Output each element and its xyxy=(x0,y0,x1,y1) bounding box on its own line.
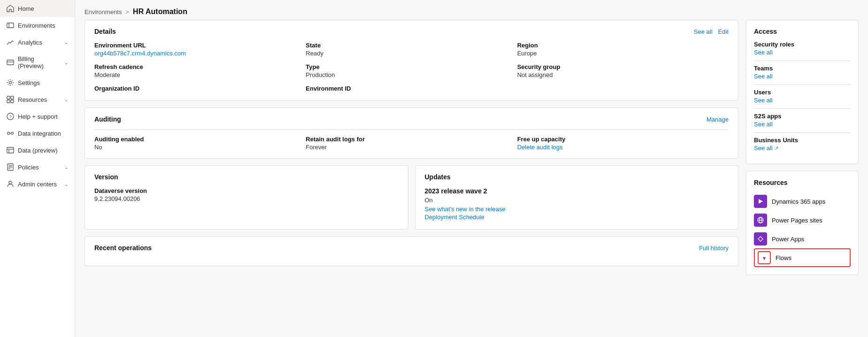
access-teams: Teams See all xyxy=(754,65,851,80)
sidebar-environments-label: Environments xyxy=(18,22,68,29)
svg-point-11 xyxy=(11,132,14,135)
access-panel-title: Access xyxy=(754,28,851,35)
divider-2 xyxy=(754,84,851,85)
auditing-card-title: Auditing xyxy=(94,115,121,123)
dataverse-version-value: 9.2.23094.00206 xyxy=(94,195,399,202)
auditing-manage-link[interactable]: Manage xyxy=(707,116,729,123)
resource-power-apps[interactable]: Power Apps xyxy=(754,230,851,248)
right-panel: Access Security roles See all Teams See … xyxy=(746,20,859,328)
resources-panel: Resources Dynamics 365 apps xyxy=(746,171,859,275)
updates-card: Updates 2023 release wave 2 On See what'… xyxy=(415,165,739,230)
settings-icon xyxy=(7,79,14,86)
recent-operations-card: Recent operations Full history xyxy=(84,236,738,266)
svg-rect-13 xyxy=(7,147,14,153)
detail-state-value: Ready xyxy=(306,50,517,57)
recent-ops-title: Recent operations xyxy=(94,244,152,252)
audit-capacity: Free up capacity Delete audit logs xyxy=(517,136,729,151)
sidebar-item-resources[interactable]: Resources ⌄ xyxy=(0,91,75,108)
breadcrumb-separator: > xyxy=(125,8,129,15)
detail-refresh: Refresh cadence Moderate xyxy=(94,63,306,78)
environments-icon xyxy=(7,22,14,29)
breadcrumb-link[interactable]: Environments xyxy=(84,8,122,15)
power-pages-icon xyxy=(754,214,767,227)
detail-env-id-label: Environment ID xyxy=(306,85,517,92)
divider-1 xyxy=(754,61,851,61)
billing-icon xyxy=(7,59,14,66)
detail-state: State Ready xyxy=(306,42,517,57)
sidebar-item-help[interactable]: ? Help + support xyxy=(0,108,75,125)
dynamics-label: Dynamics 365 apps xyxy=(772,198,825,205)
breadcrumb-current: HR Automation xyxy=(133,8,187,16)
divider-4 xyxy=(754,132,851,133)
policies-chevron-icon: ⌄ xyxy=(64,165,68,170)
sidebar-item-data-preview[interactable]: Data (preview) xyxy=(0,142,75,159)
sidebar-item-environments[interactable]: Environments xyxy=(0,17,75,34)
version-card: Version Dataverse version 9.2.23094.0020… xyxy=(84,165,408,230)
resource-dynamics[interactable]: Dynamics 365 apps xyxy=(754,192,851,211)
auditing-card-header: Auditing Manage xyxy=(94,115,729,123)
audit-retain-label: Retain audit logs for xyxy=(306,136,517,143)
divider-3 xyxy=(754,108,851,109)
svg-rect-0 xyxy=(7,23,14,28)
security-roles-see-all[interactable]: See all xyxy=(754,49,851,56)
sidebar-item-billing[interactable]: Billing (Preview) ⌄ xyxy=(0,51,75,74)
svg-point-3 xyxy=(9,82,12,84)
left-column: Details See all Edit Environment URL org… xyxy=(84,20,738,328)
auditing-card: Auditing Manage Auditing enabled No Reta… xyxy=(84,107,738,159)
sidebar-item-policies[interactable]: Policies ⌄ xyxy=(0,159,75,176)
detail-state-label: State xyxy=(306,42,517,49)
version-card-header: Version xyxy=(94,173,399,181)
detail-env-id: Environment ID xyxy=(306,85,517,93)
sidebar-resources-label: Resources xyxy=(18,96,61,103)
admin-centers-chevron-icon: ⌄ xyxy=(64,182,68,187)
detail-org-id-label: Organization ID xyxy=(94,85,306,92)
sidebar-item-home[interactable]: Home xyxy=(0,0,75,17)
sidebar-item-analytics[interactable]: Analytics ⌄ xyxy=(0,34,75,51)
detail-refresh-label: Refresh cadence xyxy=(94,63,306,70)
policies-icon xyxy=(7,163,14,171)
resource-power-pages[interactable]: Power Pages sites xyxy=(754,211,851,230)
access-business-units: Business Units See all ↗ xyxy=(754,137,851,152)
details-see-all-link[interactable]: See all xyxy=(694,28,713,35)
users-see-all[interactable]: See all xyxy=(754,97,851,104)
version-card-title: Version xyxy=(94,173,118,181)
main-content: Environments > HR Automation Details See… xyxy=(75,0,868,337)
breadcrumb: Environments > HR Automation xyxy=(75,0,868,20)
flows-label: Flows xyxy=(776,254,791,261)
access-panel: Access Security roles See all Teams See … xyxy=(746,20,859,164)
updates-card-title: Updates xyxy=(425,173,451,181)
recent-ops-full-history-link[interactable]: Full history xyxy=(699,245,729,252)
detail-type-value: Production xyxy=(306,71,517,78)
svg-rect-5 xyxy=(11,96,14,99)
svg-rect-1 xyxy=(7,60,14,65)
s2s-apps-see-all[interactable]: See all xyxy=(754,121,851,128)
power-pages-label: Power Pages sites xyxy=(772,217,822,224)
detail-region-label: Region xyxy=(517,42,729,49)
audit-capacity-value[interactable]: Delete audit logs xyxy=(517,144,729,151)
svg-rect-4 xyxy=(7,96,10,99)
audit-grid: Auditing enabled No Retain audit logs fo… xyxy=(94,130,729,151)
svg-rect-7 xyxy=(11,100,14,103)
sidebar-admin-centers-label: Admin centers xyxy=(18,181,61,188)
sidebar-item-settings[interactable]: Settings xyxy=(0,74,75,91)
power-apps-icon xyxy=(754,232,767,245)
details-card-header: Details See all Edit xyxy=(94,28,729,35)
sidebar-help-label: Help + support xyxy=(18,113,68,120)
teams-see-all[interactable]: See all xyxy=(754,73,851,80)
sidebar-item-admin-centers[interactable]: Admin centers ⌄ xyxy=(0,176,75,192)
update-deployment-link[interactable]: Deployment Schedule xyxy=(425,214,729,221)
update-whats-new-link[interactable]: See what's new in the release xyxy=(425,206,729,213)
business-units-see-all[interactable]: See all ↗ xyxy=(754,145,851,152)
details-card: Details See all Edit Environment URL org… xyxy=(84,20,738,101)
resource-flows[interactable]: Flows xyxy=(754,248,851,267)
sidebar-data-integration-label: Data integration xyxy=(18,130,68,137)
details-edit-link[interactable]: Edit xyxy=(718,28,729,35)
svg-point-10 xyxy=(8,132,10,135)
detail-env-url-value[interactable]: org44b578c7.crm4.dynamics.com xyxy=(94,50,306,57)
details-card-actions: See all Edit xyxy=(694,28,729,35)
audit-enabled: Auditing enabled No xyxy=(94,136,306,151)
details-card-title: Details xyxy=(94,28,116,35)
sidebar-analytics-label: Analytics xyxy=(18,39,61,46)
sidebar-item-data-integration[interactable]: Data integration xyxy=(0,125,75,142)
sidebar-home-label: Home xyxy=(18,5,68,12)
